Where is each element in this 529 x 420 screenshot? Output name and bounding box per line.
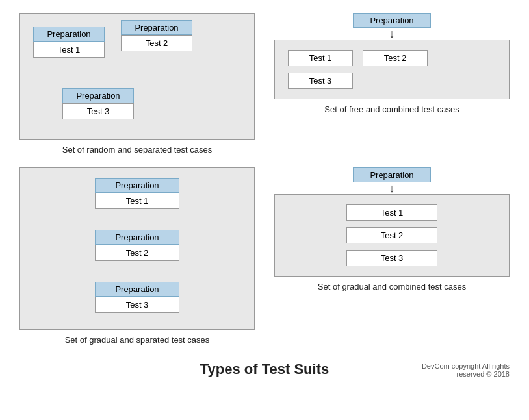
diag1-prep3: Preparation xyxy=(62,88,134,103)
copyright-line2: reserved © 2018 xyxy=(457,370,510,378)
diag1-test1: Test 1 xyxy=(33,42,105,58)
diag4-wrapper: Preparation ↓ Test 1 Test 2 Test 3 xyxy=(274,167,510,277)
diag3-item2: Preparation Test 2 xyxy=(95,230,179,261)
diagram-section-2: Preparation ↓ Test 1 Test 2 Test 3 Set o… xyxy=(274,13,510,154)
diag1-test3: Test 3 xyxy=(62,103,134,119)
diagrams-grid: Preparation Test 1 Preparation Test 2 Pr… xyxy=(19,13,510,345)
diag4-test3: Test 3 xyxy=(346,250,437,266)
diag4-box: Test 1 Test 2 Test 3 xyxy=(274,194,510,277)
diag4-arrow: ↓ xyxy=(389,182,395,194)
diag3-item3: Preparation Test 3 xyxy=(95,282,179,313)
footer-copyright: DevCom copyright All rights reserved © 2… xyxy=(422,362,510,378)
diag3-prep1: Preparation xyxy=(95,178,179,193)
diag2-arrow: ↓ xyxy=(389,28,395,40)
diag2-row2: Test 3 xyxy=(288,73,496,89)
diag2-test1: Test 1 xyxy=(288,50,353,66)
diag2-prep: Preparation xyxy=(353,13,431,28)
copyright-line1: DevCom copyright All rights xyxy=(422,362,510,370)
diag2-test2: Test 2 xyxy=(363,50,428,66)
diagram2-caption: Set of free and combined test cases xyxy=(324,105,459,114)
diag3-prep2: Preparation xyxy=(95,230,179,245)
diag1-prep2: Preparation xyxy=(121,20,192,35)
diag1-prep1: Preparation xyxy=(33,27,105,42)
main-container: Preparation Test 1 Preparation Test 2 Pr… xyxy=(0,0,529,351)
diag1-test2: Test 2 xyxy=(121,35,192,51)
diag3-test3: Test 3 xyxy=(95,297,179,313)
diag3-test1: Test 1 xyxy=(95,193,179,209)
diag3-prep3: Preparation xyxy=(95,282,179,297)
diagram-box-3: Preparation Test 1 Preparation Test 2 Pr… xyxy=(19,167,255,330)
diag2-test3: Test 3 xyxy=(288,73,353,89)
diag2-row1: Test 1 Test 2 xyxy=(288,50,496,66)
footer: Types of Test Suits DevCom copyright All… xyxy=(0,351,529,384)
diag2-box: Test 1 Test 2 Test 3 xyxy=(274,40,510,99)
diagram-section-3: Preparation Test 1 Preparation Test 2 Pr… xyxy=(19,167,255,345)
diag1-item1: Preparation Test 1 xyxy=(33,27,105,58)
diag2-wrapper: Preparation ↓ Test 1 Test 2 Test 3 xyxy=(274,13,510,99)
diag3-item1: Preparation Test 1 xyxy=(95,178,179,209)
diag3-test2: Test 2 xyxy=(95,245,179,261)
diagram-box-1: Preparation Test 1 Preparation Test 2 Pr… xyxy=(19,13,255,140)
diagram4-caption: Set of gradual and combined test cases xyxy=(318,282,466,291)
diag4-test2: Test 2 xyxy=(346,227,437,243)
diag4-test1: Test 1 xyxy=(346,204,437,221)
diagram-section-4: Preparation ↓ Test 1 Test 2 Test 3 Set o… xyxy=(274,167,510,345)
diag1-item3: Preparation Test 3 xyxy=(62,88,134,119)
diagram1-caption: Set of random and separated test cases xyxy=(62,145,213,154)
diagram3-caption: Set of gradual and sparated test cases xyxy=(65,335,210,345)
diagram-section-1: Preparation Test 1 Preparation Test 2 Pr… xyxy=(19,13,255,154)
diag1-item2: Preparation Test 2 xyxy=(121,20,192,51)
diag4-prep: Preparation xyxy=(353,167,431,182)
